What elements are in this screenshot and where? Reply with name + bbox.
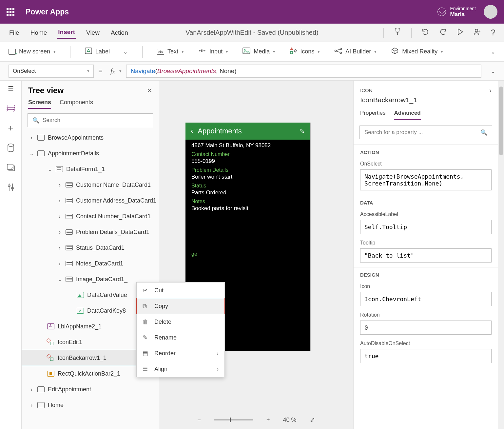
media-icon	[242, 48, 250, 56]
avatar[interactable]	[484, 5, 497, 19]
document-title: VanArsdelAppWithEdit - Saved (Unpublishe…	[185, 29, 318, 36]
tree-node-dc-status[interactable]: ›Status_DataCard1	[22, 240, 159, 256]
problem-value: Boiler won't start	[191, 174, 304, 180]
tab-properties[interactable]: Properties	[360, 107, 385, 120]
context-menu: ✂Cut ⧉Copy 🗑Delete ✎Rename ▤Reorder› ☰Al…	[136, 282, 225, 377]
tree-node-dc-problem[interactable]: ›Problem Details_DataCard1	[22, 224, 159, 240]
section-action: ACTION	[354, 145, 498, 160]
notes-value: Booked parts for revisit	[191, 205, 304, 212]
tree-node-appointmentdetails[interactable]: ⌄AppointmentDetails	[22, 146, 159, 161]
delete-icon: 🗑	[143, 319, 149, 325]
accessiblelabel-label: AccessibleLabel	[360, 211, 492, 217]
icon-prop-value[interactable]: Icon.ChevronLeft	[360, 292, 492, 306]
contact-value: 555-0199	[191, 158, 304, 165]
svg-point-12	[8, 144, 14, 146]
help-icon[interactable]: ?	[491, 28, 495, 38]
ribbon-input[interactable]: Input▾	[198, 48, 228, 56]
ctx-copy[interactable]: ⧉Copy	[137, 298, 224, 314]
tree-node-browseappointments[interactable]: ›BrowseAppointments	[22, 130, 159, 146]
fit-screen-icon[interactable]: ⤢	[310, 416, 315, 424]
rename-icon: ✎	[143, 334, 149, 341]
share-icon[interactable]	[473, 28, 481, 37]
tab-components[interactable]: Components	[60, 97, 93, 109]
notes-label: Notes	[191, 199, 304, 205]
back-icon[interactable]: ‹	[191, 127, 193, 135]
ribbon-mixed-reality[interactable]: Mixed Reality▾	[391, 47, 443, 56]
menu-action[interactable]: Action	[110, 27, 129, 38]
environment-name: Maria	[450, 11, 476, 18]
align-icon: ☰	[143, 365, 149, 373]
svg-point-2	[475, 29, 478, 32]
rotation-label: Rotation	[360, 312, 492, 318]
zoom-value: 40 %	[283, 417, 297, 423]
app-checker-icon[interactable]	[394, 28, 401, 37]
contact-label: Contact Number	[191, 151, 304, 157]
app-launcher-icon[interactable]	[7, 7, 16, 16]
autodisable-label: AutoDisableOnSelect	[360, 341, 492, 346]
accessiblelabel-value[interactable]: Self.Tooltip	[360, 220, 492, 234]
ribbon-expand-icon[interactable]: ⌄	[491, 48, 495, 55]
environment-picker[interactable]: Environment Maria	[437, 6, 476, 18]
edit-icon[interactable]: ✎	[299, 127, 305, 135]
menu-file[interactable]: File	[9, 27, 20, 38]
tooltip-label: Tooltip	[360, 240, 492, 246]
properties-scrollbar[interactable]	[498, 81, 504, 429]
tab-screens[interactable]: Screens	[28, 97, 51, 109]
tab-advanced[interactable]: Advanced	[394, 107, 420, 120]
tree-node-dc-notes[interactable]: ›Notes_DataCard1	[22, 256, 159, 271]
rotation-value[interactable]: 0	[360, 321, 492, 335]
zoom-slider[interactable]	[214, 419, 253, 420]
tree-node-dc-name[interactable]: ›Customer Name_DataCard1	[22, 177, 159, 193]
property-selector[interactable]: OnSelect▾	[9, 65, 94, 78]
svg-rect-8	[290, 51, 293, 54]
rail-insert-icon[interactable]: +	[7, 124, 15, 132]
rail-tree-view-icon[interactable]	[7, 104, 15, 113]
tooltip-value[interactable]: "Back to list"	[360, 248, 492, 263]
formula-input[interactable]: Navigate(BrowseAppointments, None)	[126, 65, 481, 78]
rail-media-icon[interactable]	[7, 163, 15, 172]
mixed-reality-icon	[391, 47, 399, 56]
screen-title: Appointments	[198, 127, 295, 135]
tree-node-home[interactable]: ›Home	[22, 397, 159, 413]
search-icon: 🔍	[32, 117, 39, 124]
menu-home[interactable]: Home	[30, 27, 48, 38]
onselect-value[interactable]: Navigate(BrowseAppointments, ScreenTrans…	[360, 169, 492, 190]
tree-node-dc-address[interactable]: ›Customer Address_DataCard1	[22, 193, 159, 208]
rail-advanced-tools-icon[interactable]	[7, 183, 15, 191]
ctx-cut[interactable]: ✂Cut	[137, 283, 224, 298]
tree-node-detailform[interactable]: ⌄DetailForm1_1	[22, 161, 159, 177]
rail-hamburger-icon[interactable]: ☰	[7, 85, 15, 93]
ctx-reorder[interactable]: ▤Reorder›	[137, 345, 224, 361]
ribbon-icons[interactable]: Icons▾	[290, 47, 320, 56]
selected-control-name: IconBackarrow1_1	[354, 95, 498, 107]
ribbon-media[interactable]: Media▾	[242, 48, 275, 56]
menu-view[interactable]: View	[86, 27, 100, 38]
autodisable-value[interactable]: true	[360, 349, 492, 363]
property-search-input[interactable]: Search for a property ... 🔍	[359, 126, 492, 139]
ctx-delete[interactable]: 🗑Delete	[137, 314, 224, 330]
tree-node-editappointment[interactable]: ›EditAppointment	[22, 381, 159, 397]
menu-insert[interactable]: Insert	[57, 27, 76, 39]
ctx-align[interactable]: ☰Align›	[137, 361, 224, 377]
ribbon-label[interactable]: Label ⌄	[85, 48, 128, 56]
onselect-label: OnSelect	[360, 161, 492, 167]
rail-data-icon[interactable]	[7, 144, 15, 152]
play-icon[interactable]	[457, 28, 463, 37]
tree-search-input[interactable]: 🔍 Search	[28, 113, 153, 127]
props-expand-icon[interactable]: ›	[489, 87, 492, 94]
tree-close-icon[interactable]: ✕	[147, 87, 152, 94]
zoom-in-icon[interactable]: +	[266, 417, 270, 423]
zoom-out-icon[interactable]: −	[197, 417, 201, 423]
redo-icon[interactable]	[439, 28, 447, 37]
section-data: DATA	[354, 195, 498, 210]
ribbon-ai-builder[interactable]: AI Builder▾	[334, 47, 377, 56]
tree-node-dc-contact[interactable]: ›Contact Number_DataCard1	[22, 208, 159, 224]
tree-view-title: Tree view	[28, 86, 64, 95]
undo-icon[interactable]	[421, 28, 429, 37]
ctx-rename[interactable]: ✎Rename	[137, 330, 224, 345]
formula-expand-icon[interactable]: ⌄	[491, 68, 495, 75]
ribbon-new-screen[interactable]: + New screen▾	[9, 48, 56, 55]
reorder-icon: ▤	[143, 350, 149, 357]
ribbon-text[interactable]: Abc Text▾	[157, 48, 184, 55]
control-kind: ICON	[360, 88, 373, 93]
